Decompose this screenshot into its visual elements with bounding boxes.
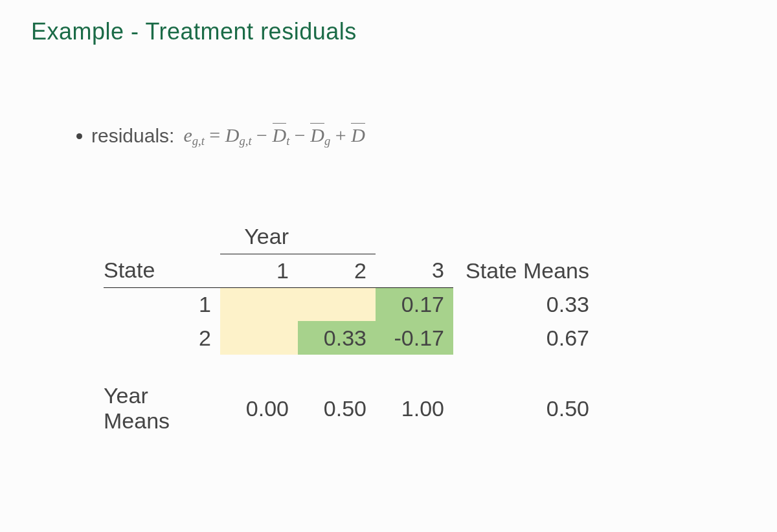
state-id: 1 — [104, 287, 220, 321]
year-mean: 0.50 — [298, 381, 376, 436]
cell — [298, 287, 376, 321]
residuals-formula: eg,t = Dg,t − Dt − Dg + D — [183, 123, 365, 148]
state-mean: 0.33 — [453, 287, 602, 321]
cell: -0.17 — [376, 321, 453, 355]
cell — [220, 287, 298, 321]
slide-title: Example - Treatment residuals — [31, 18, 746, 45]
residuals-bullet: residuals: eg,t = Dg,t − Dt − Dg + D — [76, 123, 746, 148]
table-row: 1 0.17 0.33 — [104, 287, 602, 321]
year-col: 1 — [220, 254, 298, 287]
cell: 0.33 — [298, 321, 376, 355]
table-row: State 1 2 3 State Means — [104, 254, 602, 287]
state-mean: 0.67 — [453, 321, 602, 355]
state-label: State — [104, 254, 220, 287]
table-row: Year Means 0.00 0.50 1.00 0.50 — [104, 381, 602, 436]
year-mean: 1.00 — [376, 381, 453, 436]
cell — [220, 321, 298, 355]
table-row — [104, 355, 602, 381]
bullet-label: residuals: — [91, 125, 174, 147]
table-row: 2 0.33 -0.17 0.67 — [104, 321, 602, 355]
year-mean: 0.00 — [220, 381, 298, 436]
bullet-icon — [76, 133, 82, 139]
residuals-table: Year State 1 2 3 State Means 1 0.17 0.33 — [104, 220, 602, 436]
year-label: Year — [220, 220, 298, 254]
year-col: 2 — [298, 254, 376, 287]
year-means-label: Year Means — [104, 381, 220, 436]
grand-mean: 0.50 — [453, 381, 602, 436]
table-row: Year — [104, 220, 602, 254]
year-col: 3 — [376, 254, 453, 287]
cell: 0.17 — [376, 287, 453, 321]
state-id: 2 — [104, 321, 220, 355]
state-means-label: State Means — [453, 254, 602, 287]
